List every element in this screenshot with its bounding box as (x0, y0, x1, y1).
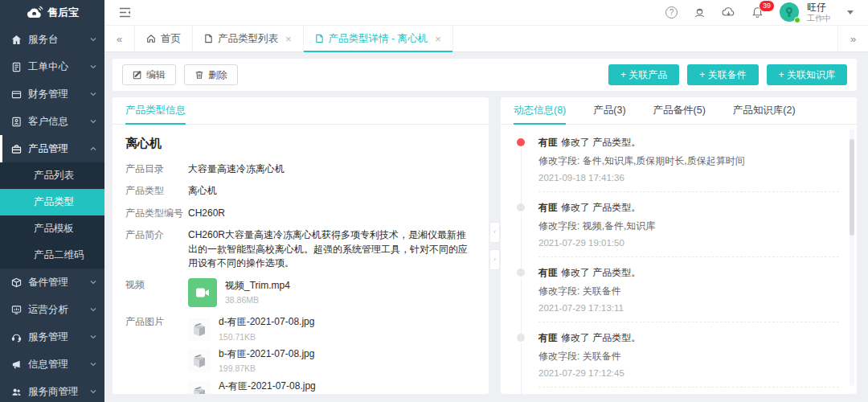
field-row: 产品类型 离心机 (125, 184, 476, 198)
tab-activity-feed[interactable]: 动态信息(8) (514, 97, 566, 124)
tab-product-type-list[interactable]: 产品类型列表 × (193, 26, 304, 51)
tab-product-type-info[interactable]: 产品类型信息 (125, 97, 186, 124)
sidebar-item-customer[interactable]: 客户信息 (0, 108, 104, 135)
delete-button[interactable]: 删除 (184, 64, 238, 85)
sidebar-item-label: 信息管理 (28, 358, 68, 371)
submenu-item-label: 产品列表 (34, 169, 74, 183)
notification-bell-icon[interactable]: 39 (751, 6, 764, 18)
caret-down-icon[interactable] (847, 10, 854, 14)
sidebar-item-label: 客户信息 (28, 115, 68, 129)
tab-home[interactable]: 首页 (135, 26, 193, 51)
timeline-dot (517, 138, 525, 146)
tab-close-icon[interactable]: × (435, 34, 441, 44)
field-value: CH260R (188, 207, 476, 220)
spare-parts-icon (11, 277, 22, 288)
tab-label: 首页 (161, 32, 181, 46)
expand-right-icon[interactable]: › (489, 249, 500, 270)
link-spare-parts-button[interactable]: + 关联备件 (687, 64, 758, 85)
menu-fold-icon[interactable] (119, 7, 131, 18)
product-submenu: 产品列表 产品类型 产品模板 产品二维码 (0, 162, 104, 269)
field-label: 产品图片 (125, 315, 188, 394)
tabs-scroll-left-icon[interactable]: « (104, 26, 135, 51)
submenu-item-product-template[interactable]: 产品模板 (0, 215, 104, 242)
file-size: 199.87KB (219, 363, 314, 375)
tab-product-knowledge-base[interactable]: 产品知识库(2) (733, 97, 796, 124)
tab-close-icon[interactable]: × (285, 34, 292, 44)
app-logo: 售后宝 (0, 0, 104, 26)
collapse-left-icon[interactable]: ‹ (489, 222, 500, 243)
home-icon (11, 35, 22, 45)
submenu-item-product-list[interactable]: 产品列表 (0, 162, 104, 189)
topbar-right: ? 39 旺仔 工作中 (665, 2, 854, 23)
sidebar-item-work-order[interactable]: 工单中心 (0, 53, 104, 80)
app-logo-text: 售后宝 (47, 6, 79, 20)
notification-badge: 39 (759, 0, 775, 12)
chevron-down-icon (90, 91, 96, 97)
edit-icon (133, 70, 142, 80)
field-value: 离心机 (188, 184, 476, 198)
scrollbar-thumb[interactable] (850, 139, 854, 236)
timeline-separator (538, 322, 839, 322)
page-tabbar: « 首页 产品类型列表 × 产品类型详情 - 离心机 × » (104, 26, 868, 52)
sidebar-item-product[interactable]: 产品管理 (0, 135, 104, 162)
tab-products[interactable]: 产品(3) (593, 97, 625, 124)
timeline-action: 修改了 产品类型。 (561, 267, 641, 278)
cloud-download-icon[interactable] (722, 6, 735, 18)
submenu-item-product-type[interactable]: 产品类型 (0, 189, 104, 215)
sidebar-item-label: 运营分析 (28, 303, 68, 317)
sidebar-item-analytics[interactable]: 运营分析 (0, 296, 104, 323)
tabs-scroll-right-icon[interactable]: » (837, 26, 868, 51)
timeline-dot (517, 334, 525, 342)
tab-label: 产品类型详情 - 离心机 (329, 32, 428, 46)
file-name: A-有匪-2021-07-08.jpg (219, 379, 316, 393)
product-type-title: 离心机 (125, 136, 476, 151)
home-icon (146, 34, 156, 43)
sidebar-nav: 服务台 工单中心 财务管理 客户信息 产品管理 (0, 26, 104, 402)
avatar[interactable] (780, 2, 799, 22)
field-row: 产品简介 CH260R大容量高速冷冻离心机获得多项专利技术，是湘仪最新推出的一款… (125, 228, 476, 270)
file-name: b-有匪-2021-07-08.jpg (219, 347, 314, 361)
help-icon[interactable]: ? (665, 6, 678, 18)
timeline-action: 修改了 产品类型。 (561, 332, 641, 343)
submenu-item-label: 产品模板 (34, 222, 74, 236)
sidebar-item-message-mgmt[interactable]: 信息管理 (0, 351, 104, 378)
product-type-info-panel: 产品类型信息 离心机 产品目录 大容量高速冷冻离心机 产品类型 离心机 (113, 97, 489, 394)
left-panel-tabs: 产品类型信息 (113, 97, 489, 125)
file-name: 视频_Trim.mp4 (225, 279, 290, 293)
timeline-time: 2021-07-29 19:01:50 (538, 238, 839, 248)
sidebar-item-service-desk[interactable]: 服务台 (0, 26, 104, 53)
scrollbar-track[interactable] (850, 129, 854, 386)
sidebar-item-finance[interactable]: 财务管理 (0, 80, 104, 108)
timeline-fields: 修改字段: 视频,备件,知识库 (538, 219, 839, 233)
user-meta[interactable]: 旺仔 工作中 (807, 2, 831, 23)
support-agent-icon[interactable] (694, 6, 706, 18)
link-product-button[interactable]: + 关联产品 (608, 64, 679, 85)
link-knowledge-base-button[interactable]: + 关联知识库 (767, 64, 847, 85)
panel-gutter: ‹ › (489, 97, 501, 394)
submenu-item-product-qrcode[interactable]: 产品二维码 (0, 242, 104, 269)
tab-product-type-detail[interactable]: 产品类型详情 - 离心机 × (304, 26, 453, 51)
sidebar-item-service-mgmt[interactable]: 服务管理 (0, 323, 104, 351)
submenu-item-label: 产品二维码 (34, 248, 84, 262)
timeline-item: 有匪修改了 产品类型。 修改字段: 视频,备件,知识库 2021-07-29 1… (517, 201, 839, 257)
sidebar-item-label: 产品管理 (28, 142, 68, 156)
timeline-item: 有匪修改了 产品类型。 修改字段: 备件,知识库,质保期时长,质保起算时间 20… (517, 136, 839, 192)
image-thumbnail (188, 382, 211, 394)
customer-icon (11, 117, 22, 127)
content-area: 编辑 删除 + 关联产品 + 关联备件 + 关联知识库 产品类型信息 (104, 52, 868, 402)
image-file[interactable]: A-有匪-2021-07-08.jpg 153.42KB (188, 379, 316, 394)
sidebar-item-spare-parts[interactable]: 备件管理 (0, 269, 104, 296)
chevron-down-icon (90, 388, 96, 395)
image-file[interactable]: b-有匪-2021-07-08.jpg 199.87KB (188, 347, 316, 375)
edit-button[interactable]: 编辑 (122, 64, 176, 85)
sidebar-item-provider-mgmt[interactable]: 服务商管理 (0, 378, 104, 402)
timeline-time: 2021-07-29 17:13:11 (538, 303, 839, 313)
product-icon (11, 144, 22, 154)
image-file[interactable]: d-有匪-2021-07-08.jpg 150.71KB (188, 315, 316, 343)
document-icon (315, 34, 324, 43)
video-file[interactable]: 视频_Trim.mp4 38.86MB (188, 278, 290, 307)
video-row: 视频 视频_Trim.mp4 38.86MB (125, 278, 476, 307)
detail-panels: 产品类型信息 离心机 产品目录 大容量高速冷冻离心机 产品类型 离心机 (113, 97, 857, 394)
field-row: 产品类型编号 CH260R (125, 207, 476, 220)
tab-product-spare-parts[interactable]: 产品备件(5) (653, 97, 706, 124)
